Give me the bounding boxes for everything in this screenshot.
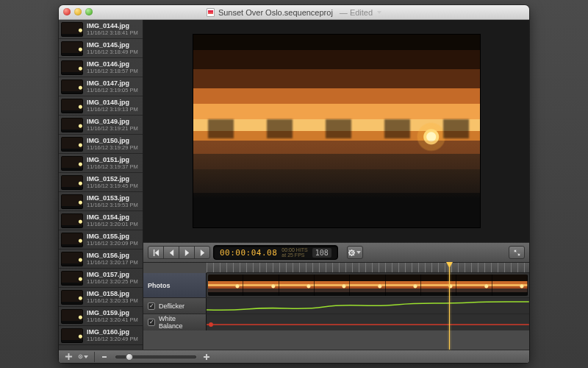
zoom-slider[interactable] xyxy=(115,355,196,358)
preview-image xyxy=(193,35,480,227)
zoom-in-button[interactable] xyxy=(202,353,211,361)
file-row[interactable]: IMG_0152.jpg11/16/12 3:19:45 PM xyxy=(59,173,143,192)
file-date: 11/16/12 3:18:41 PM xyxy=(87,30,138,36)
file-thumbnail xyxy=(61,233,83,247)
file-row[interactable]: IMG_0158.jpg11/16/12 3:20:33 PM xyxy=(59,288,143,307)
file-name: IMG_0152.jpg xyxy=(87,176,138,183)
preview-viewport[interactable] xyxy=(143,20,529,242)
transport-bar: 00:00:04.08 00:00 HITS at 25 FPS 108 xyxy=(143,242,529,263)
file-date: 11/16/12 3:20:25 PM xyxy=(87,279,138,285)
track-whitebalance: ✓ White Balance xyxy=(143,314,529,330)
file-meta: IMG_0155.jpg11/16/12 3:20:09 PM xyxy=(87,233,138,247)
file-name: IMG_0150.jpg xyxy=(87,138,138,144)
track-header-deflicker[interactable]: ✓ Deflicker xyxy=(143,298,207,314)
track-label: White Balance xyxy=(159,315,201,330)
settings-button[interactable] xyxy=(347,246,363,259)
svg-point-3 xyxy=(80,356,82,358)
track-header-photos[interactable]: Photos xyxy=(143,273,207,297)
zoom-slider-knob[interactable] xyxy=(126,353,133,361)
file-thumbnail xyxy=(61,118,83,132)
file-thumbnail xyxy=(61,41,83,56)
action-menu-button[interactable] xyxy=(78,352,88,362)
file-row[interactable]: IMG_0147.jpg11/16/12 3:19:05 PM xyxy=(59,77,143,96)
title-menu-chevron-icon[interactable] xyxy=(377,11,381,14)
file-row[interactable]: IMG_0146.jpg11/16/12 3:18:57 PM xyxy=(59,58,143,77)
track-body-deflicker[interactable] xyxy=(207,298,529,314)
file-row[interactable]: IMG_0151.jpg11/16/12 3:19:37 PM xyxy=(59,154,143,173)
timecode-display[interactable]: 00:00:04.08 00:00 HITS at 25 FPS 108 xyxy=(213,245,338,260)
go-to-start-button[interactable] xyxy=(148,246,164,259)
window-title[interactable]: Sunset Over Oslo.sequenceproj — Edited xyxy=(207,8,381,17)
file-row[interactable]: IMG_0145.jpg11/16/12 3:18:49 PM xyxy=(59,39,143,58)
close-button[interactable] xyxy=(63,8,71,15)
file-thumbnail xyxy=(61,309,83,324)
track-body-photos[interactable] xyxy=(207,273,529,297)
file-thumbnail xyxy=(61,252,83,266)
timeline[interactable]: Photos ✓ Deflicker xyxy=(143,263,529,350)
file-name: IMG_0160.jpg xyxy=(87,329,138,336)
zoom-button[interactable] xyxy=(85,8,93,15)
file-name: IMG_0159.jpg xyxy=(87,310,138,316)
file-thumbnail xyxy=(61,290,83,305)
file-thumbnail xyxy=(61,137,83,152)
file-thumbnail xyxy=(61,156,83,171)
whitebalance-checkbox[interactable]: ✓ xyxy=(148,319,155,326)
titlebar[interactable]: Sunset Over Oslo.sequenceproj — Edited xyxy=(59,5,529,20)
play-button[interactable] xyxy=(179,246,195,259)
frame-number: 108 xyxy=(312,248,331,258)
file-meta: IMG_0151.jpg11/16/12 3:19:37 PM xyxy=(87,157,138,170)
fullscreen-button[interactable] xyxy=(509,246,525,259)
playback-controls xyxy=(148,246,210,259)
file-row[interactable]: IMG_0150.jpg11/16/12 3:19:29 PM xyxy=(59,135,143,154)
window-title-text: Sunset Over Oslo.sequenceproj xyxy=(218,8,333,17)
app-window: Sunset Over Oslo.sequenceproj — Edited I… xyxy=(59,5,529,363)
file-row[interactable]: IMG_0149.jpg11/16/12 3:19:21 PM xyxy=(59,116,143,135)
track-label: Deflicker xyxy=(159,302,184,310)
file-date: 11/16/12 3:19:21 PM xyxy=(87,126,138,132)
status-bar xyxy=(59,350,529,363)
file-date: 11/16/12 3:20:41 PM xyxy=(87,317,138,323)
step-back-button[interactable] xyxy=(163,246,179,259)
file-row[interactable]: IMG_0154.jpg11/16/12 3:20:01 PM xyxy=(59,211,143,230)
add-button[interactable] xyxy=(63,352,74,362)
track-body-whitebalance[interactable] xyxy=(207,314,529,330)
file-meta: IMG_0157.jpg11/16/12 3:20:25 PM xyxy=(87,272,138,285)
deflicker-checkbox[interactable]: ✓ xyxy=(148,302,155,310)
file-row[interactable]: IMG_0160.jpg11/16/12 3:20:49 PM xyxy=(59,326,143,345)
source-file-list[interactable]: IMG_0144.jpg11/16/12 3:18:41 PMIMG_0145.… xyxy=(59,20,143,350)
file-date: 11/16/12 3:20:33 PM xyxy=(87,298,138,304)
track-deflicker: ✓ Deflicker xyxy=(143,298,529,314)
step-forward-button[interactable] xyxy=(194,246,210,259)
file-name: IMG_0144.jpg xyxy=(87,23,138,29)
file-row[interactable]: IMG_0157.jpg11/16/12 3:20:25 PM xyxy=(59,269,143,288)
file-meta: IMG_0145.jpg11/16/12 3:18:49 PM xyxy=(87,42,138,55)
file-thumbnail xyxy=(61,79,83,94)
file-thumbnail xyxy=(61,99,83,113)
gear-icon xyxy=(78,353,83,361)
file-date: 11/16/12 3:19:29 PM xyxy=(87,145,138,151)
file-row[interactable]: IMG_0155.jpg11/16/12 3:20:09 PM xyxy=(59,230,143,250)
file-date: 11/16/12 3:19:05 PM xyxy=(87,88,138,93)
timeline-ruler[interactable] xyxy=(207,263,529,273)
file-thumbnail xyxy=(61,22,83,37)
file-row[interactable]: IMG_0148.jpg11/16/12 3:19:13 PM xyxy=(59,96,143,116)
file-row[interactable]: IMG_0144.jpg11/16/12 3:18:41 PM xyxy=(59,20,143,39)
zoom-out-button[interactable] xyxy=(101,353,110,361)
file-name: IMG_0145.jpg xyxy=(87,42,138,49)
minimize-button[interactable] xyxy=(74,8,82,15)
file-meta: IMG_0147.jpg11/16/12 3:19:05 PM xyxy=(87,80,138,93)
file-meta: IMG_0152.jpg11/16/12 3:19:45 PM xyxy=(87,176,138,189)
file-row[interactable]: IMG_0156.jpg11/16/12 3:20:17 PM xyxy=(59,250,143,269)
file-date: 11/16/12 3:19:45 PM xyxy=(87,183,138,189)
file-name: IMG_0154.jpg xyxy=(87,214,138,221)
file-date: 11/16/12 3:19:13 PM xyxy=(87,107,138,113)
file-meta: IMG_0146.jpg11/16/12 3:18:57 PM xyxy=(87,61,138,74)
file-row[interactable]: IMG_0153.jpg11/16/12 3:19:53 PM xyxy=(59,192,143,211)
track-header-whitebalance[interactable]: ✓ White Balance xyxy=(143,314,207,330)
file-row[interactable]: IMG_0159.jpg11/16/12 3:20:41 PM xyxy=(59,307,143,326)
file-name: IMG_0147.jpg xyxy=(87,80,138,87)
file-meta: IMG_0156.jpg11/16/12 3:20:17 PM xyxy=(87,252,138,266)
deflicker-curve xyxy=(207,298,529,314)
photo-clip[interactable] xyxy=(208,275,528,296)
file-name: IMG_0148.jpg xyxy=(87,99,138,106)
